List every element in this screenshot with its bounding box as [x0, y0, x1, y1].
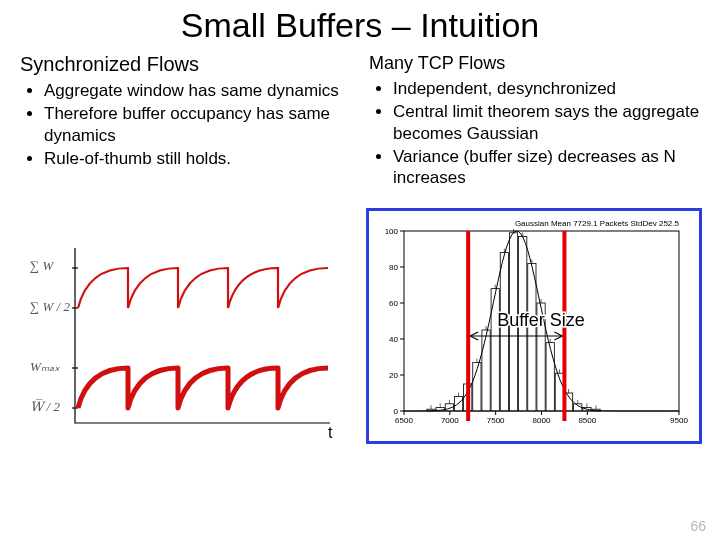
svg-text:7000: 7000 [441, 416, 459, 425]
right-bullet: Variance (buffer size) decreases as N in… [393, 146, 700, 189]
ytick-Wbar2: W̅ / 2 [30, 399, 60, 414]
histogram-caption: Gaussian Mean 7729.1 Packets StdDev 252.… [515, 219, 680, 228]
svg-text:8500: 8500 [578, 416, 596, 425]
svg-text:7500: 7500 [487, 416, 505, 425]
sawtooth-chart: ∑ W ∑ W / 2 Wₘₐₓ W̅ / 2 t [30, 208, 350, 438]
left-bullet: Aggregate window has same dynamics [44, 80, 351, 101]
svg-text:100: 100 [385, 227, 399, 236]
x-ticks: 650070007500800085009500 [395, 411, 688, 425]
text-columns: Synchronized Flows Aggregate window has … [0, 53, 720, 190]
svg-rect-40 [482, 330, 490, 411]
svg-text:8000: 8000 [533, 416, 551, 425]
left-heading: Synchronized Flows [20, 53, 351, 76]
svg-text:40: 40 [389, 335, 398, 344]
ytick-sumW: ∑ W [30, 258, 55, 273]
svg-text:20: 20 [389, 371, 398, 380]
page-number: 66 [690, 518, 706, 534]
single-flow-sawtooth [78, 368, 328, 408]
aggregate-sawtooth [78, 268, 328, 308]
slide-title: Small Buffers – Intuition [0, 6, 720, 45]
left-bullet: Rule-of-thumb still holds. [44, 148, 351, 169]
ytick-sumW2: ∑ W / 2 [30, 299, 70, 314]
right-column: Many TCP Flows Independent, desynchroniz… [369, 53, 700, 190]
right-bullets: Independent, desynchronized Central limi… [375, 78, 700, 188]
left-bullet: Therefore buffer occupancy has same dyna… [44, 103, 351, 146]
buffer-size-label: Buffer Size [497, 310, 585, 330]
y-ticks: 020406080100 [385, 227, 404, 416]
svg-text:9500: 9500 [670, 416, 688, 425]
right-bullet: Independent, desynchronized [393, 78, 700, 99]
svg-rect-54 [546, 343, 554, 411]
svg-text:6500: 6500 [395, 416, 413, 425]
svg-rect-44 [500, 253, 508, 411]
svg-text:0: 0 [394, 407, 399, 416]
buffer-size-arrow [470, 332, 562, 340]
right-bullet: Central limit theorem says the aggregate… [393, 101, 700, 144]
svg-text:80: 80 [389, 263, 398, 272]
svg-rect-50 [528, 264, 536, 412]
figure-row: ∑ W ∑ W / 2 Wₘₐₓ W̅ / 2 t Gaussian Mean … [0, 190, 720, 444]
left-column: Synchronized Flows Aggregate window has … [20, 53, 351, 190]
gaussian-histogram: Gaussian Mean 7729.1 Packets StdDev 252.… [366, 208, 702, 444]
right-heading: Many TCP Flows [369, 53, 700, 74]
svg-text:60: 60 [389, 299, 398, 308]
x-axis-label: t [328, 424, 333, 438]
ytick-Wmax: Wₘₐₓ [30, 359, 60, 374]
left-bullets: Aggregate window has same dynamics There… [26, 80, 351, 169]
